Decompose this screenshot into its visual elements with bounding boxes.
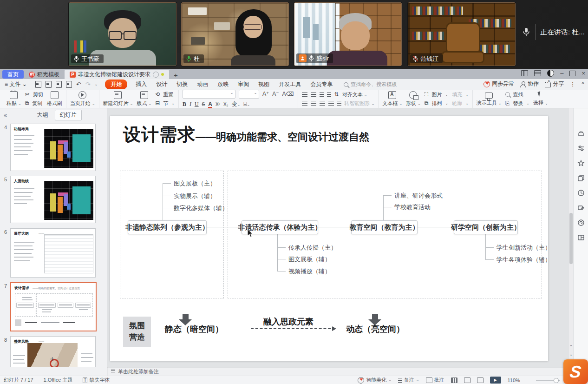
play-from-current-button[interactable]: 当页开始 ⌄ bbox=[70, 91, 95, 107]
notes-toggle-button[interactable]: 备注 ⌄ bbox=[398, 377, 419, 384]
static-space-label[interactable]: 静态（暗空间） bbox=[165, 324, 223, 335]
presentation-tools-button[interactable]: 演示工具 ⌄ bbox=[477, 92, 502, 106]
distribute-icon[interactable] bbox=[337, 101, 341, 106]
decrease-indent-icon[interactable] bbox=[320, 92, 324, 97]
dashed-region-left[interactable] bbox=[120, 171, 224, 298]
theme-toggle-icon[interactable] bbox=[547, 70, 554, 77]
close-button[interactable]: × bbox=[581, 70, 585, 76]
font-color-button[interactable]: A bbox=[208, 101, 212, 107]
diagram-node-static-display[interactable]: 非遗静态陈列（参观为主） bbox=[128, 220, 207, 234]
format-painter-button[interactable]: 格式刷 bbox=[47, 91, 62, 107]
restore-button[interactable] bbox=[569, 71, 575, 76]
select-button[interactable]: 选择 ⌄ bbox=[533, 92, 548, 106]
zoom-level[interactable]: 110% bbox=[508, 377, 520, 383]
layout-button[interactable]: 版式 ⌄ bbox=[137, 91, 151, 107]
tab-docer-templates[interactable]: 稻 稻壳模板 bbox=[24, 70, 65, 79]
undo-button[interactable]: ↶ bbox=[76, 81, 81, 88]
missing-font-warning[interactable]: T 缺失字体 bbox=[83, 377, 110, 384]
tab-slides[interactable]: 幻灯片 bbox=[55, 110, 82, 120]
tab-document[interactable]: P 非遗文化博物馆建设设计要求 bbox=[65, 70, 169, 79]
font-family-select[interactable] bbox=[183, 90, 235, 99]
diagram-leaf[interactable]: 学校教育活动 bbox=[394, 203, 431, 212]
align-right-icon[interactable] bbox=[320, 101, 325, 106]
selection-pane-icon[interactable] bbox=[577, 174, 585, 182]
object-properties-icon[interactable] bbox=[577, 145, 585, 152]
ribbon-tab-review[interactable]: 审阅 bbox=[233, 80, 254, 88]
diagram-leaf[interactable]: 实物展示（辅） bbox=[174, 192, 216, 200]
new-tab-button[interactable]: + bbox=[169, 71, 183, 79]
command-search[interactable]: 查找命令、搜索模板 bbox=[344, 81, 397, 88]
copy-button[interactable]: ⧉复制 bbox=[25, 100, 43, 107]
theme-name[interactable]: 1.Office 主题 bbox=[44, 377, 73, 384]
more-menu-icon[interactable]: ⋮ bbox=[570, 81, 575, 87]
scrollbar-handle[interactable] bbox=[569, 213, 573, 264]
file-menu[interactable]: ≡ 文件 ⌄ bbox=[0, 80, 32, 88]
textbox-button[interactable]: 文本框 ⌄ bbox=[382, 91, 402, 107]
layout-grid-icon[interactable] bbox=[534, 70, 541, 76]
fill-button[interactable]: 填充 ⌄ bbox=[452, 91, 469, 98]
zoom-out-button[interactable]: – bbox=[527, 377, 529, 383]
slide-thumbnail-5[interactable]: 5 人流动线 bbox=[0, 176, 107, 223]
diagram-node-education-space[interactable]: 教育空间（教育为主） bbox=[351, 220, 418, 234]
align-text-button[interactable]: 对齐文本 ⌄ bbox=[342, 91, 367, 98]
outline-button[interactable]: 轮廓 ⌄ bbox=[452, 100, 469, 107]
collapse-panel-icon[interactable]: « bbox=[4, 112, 7, 119]
skin-panel-icon[interactable] bbox=[577, 130, 585, 137]
comment-button[interactable]: 批注 bbox=[426, 377, 444, 384]
add-slide-button[interactable]: ＋ bbox=[48, 353, 56, 364]
play-slideshow-button[interactable]: ▶ bbox=[490, 377, 501, 384]
save-icon[interactable] bbox=[35, 81, 41, 88]
dashed-region-right[interactable] bbox=[228, 171, 542, 298]
ribbon-tab-insert[interactable]: 插入 bbox=[131, 80, 151, 88]
share-button[interactable]: 分享 bbox=[545, 80, 564, 88]
atmosphere-label-box[interactable]: 氛围营造 bbox=[123, 317, 151, 347]
vertical-scrollbar[interactable] bbox=[569, 108, 573, 367]
font-size-select[interactable] bbox=[239, 90, 259, 99]
normal-view-icon[interactable] bbox=[451, 377, 457, 383]
tab-home[interactable]: 首页 bbox=[2, 70, 24, 79]
video-tile-participant-4[interactable]: 范钱江 bbox=[408, 2, 516, 66]
print-icon[interactable] bbox=[56, 81, 62, 88]
sorter-view-icon[interactable] bbox=[464, 377, 470, 383]
section-button[interactable]: ⊟节 ⌄ bbox=[155, 100, 175, 107]
redo-button[interactable]: ↷ bbox=[85, 81, 91, 88]
dynamic-space-label[interactable]: 动态（亮空间） bbox=[346, 324, 405, 335]
minimize-button[interactable]: – bbox=[560, 70, 563, 76]
diagram-leaf[interactable]: 学生创新活动（主） bbox=[497, 244, 551, 252]
arrange-button[interactable]: ⧉排列 ⌄ bbox=[425, 100, 448, 107]
layout-split-icon[interactable] bbox=[521, 70, 528, 76]
picture-button[interactable]: ⛶图片 ⌄ bbox=[425, 91, 448, 98]
video-tile-participant-3[interactable]: 盛sir bbox=[294, 2, 402, 66]
collaborate-button[interactable]: 协作 bbox=[520, 80, 539, 88]
diagram-leaf[interactable]: 学生各项体验（辅） bbox=[497, 256, 551, 264]
shapes-button[interactable]: 形状 ⌄ bbox=[406, 91, 421, 107]
output-icon[interactable] bbox=[46, 81, 52, 88]
ribbon-tab-animation[interactable]: 动画 bbox=[192, 80, 213, 88]
wps-logo[interactable]: S bbox=[563, 359, 588, 384]
decrease-font-icon[interactable]: A⁻ bbox=[272, 91, 279, 97]
slide-thumbnail-4[interactable]: 4 功能布局 bbox=[0, 124, 107, 171]
layout-panel-icon[interactable] bbox=[577, 234, 585, 241]
justify-icon[interactable] bbox=[328, 101, 334, 106]
increase-font-icon[interactable]: A⁺ bbox=[262, 91, 269, 97]
ribbon-tab-member[interactable]: 会员专享 bbox=[306, 80, 337, 88]
strikethrough-button[interactable]: S bbox=[202, 101, 205, 108]
diagram-leaf[interactable]: 数字化多媒体（辅） bbox=[174, 204, 228, 212]
ribbon-tab-view[interactable]: 视图 bbox=[254, 80, 274, 88]
numbered-list-icon[interactable] bbox=[311, 92, 316, 97]
diagram-leaf[interactable]: 图文展板（主） bbox=[174, 179, 216, 188]
timer-icon[interactable] bbox=[577, 189, 585, 197]
slide-thumbnail-7-selected[interactable]: 7 设计需求 ——明确功能需求、空间设计过渡自然 bbox=[0, 282, 107, 332]
reset-button[interactable]: ⟲重置 bbox=[155, 91, 175, 98]
slide-title[interactable]: 设计需求——明确功能需求、空间设计过渡自然 bbox=[123, 123, 369, 146]
chevron-down-icon[interactable]: ⌄ bbox=[95, 82, 98, 86]
collapse-ribbon-icon[interactable]: ^ bbox=[581, 81, 584, 87]
ribbon-tab-transition[interactable]: 切换 bbox=[172, 80, 192, 88]
reading-view-icon[interactable] bbox=[477, 377, 483, 383]
ribbon-tab-developer[interactable]: 开发工具 bbox=[274, 80, 306, 88]
smart-graphic-button[interactable]: 转智能图形 ⌄ bbox=[345, 100, 375, 107]
diagram-leaf[interactable]: 视频播放（辅） bbox=[288, 267, 331, 276]
ribbon-tab-slideshow[interactable]: 放映 bbox=[213, 80, 233, 88]
cut-button[interactable]: ✂剪切 bbox=[25, 91, 43, 98]
arrow-label[interactable]: 融入思政元素 bbox=[263, 316, 314, 327]
